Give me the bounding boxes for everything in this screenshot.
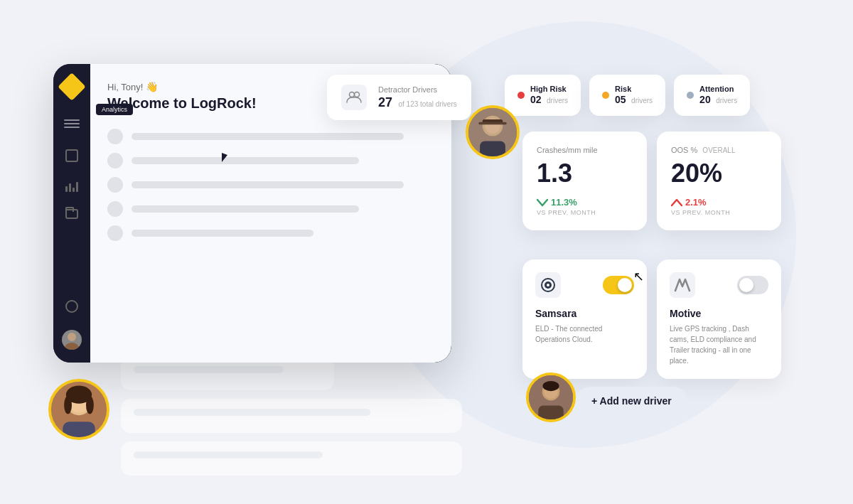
- samsara-desc: ELD - The connected Operations Cloud.: [535, 323, 634, 345]
- motive-toggle[interactable]: [737, 276, 768, 294]
- samsara-toggle[interactable]: ↖: [603, 276, 634, 294]
- trend-value-crashes: 11.3%: [537, 197, 633, 208]
- skeleton-line: [132, 157, 359, 164]
- svg-point-0: [68, 333, 76, 341]
- skeleton-line: [132, 133, 404, 140]
- skeleton-list: [107, 129, 434, 241]
- trend-label-oos: VS PREV. MONTH: [671, 209, 767, 216]
- sidebar-settings[interactable]: [65, 300, 78, 313]
- svg-rect-6: [480, 141, 505, 156]
- samsara-logo: [535, 272, 561, 298]
- add-driver-button[interactable]: + Add new driver: [576, 387, 687, 415]
- svg-point-18: [64, 396, 72, 414]
- skeleton-circle: [107, 177, 123, 193]
- motive-header: [670, 272, 768, 298]
- risk-item-medium: Risk 05 drivers: [589, 75, 665, 116]
- svg-rect-15: [63, 422, 95, 437]
- motive-logo: [670, 272, 695, 298]
- risk-info-attention: Attention 20 drivers: [699, 85, 737, 106]
- risk-label-high: High Risk: [530, 85, 568, 93]
- analytics-badge: Analytics: [96, 104, 133, 115]
- risk-dot-blue: [687, 92, 694, 99]
- svg-rect-22: [538, 406, 563, 419]
- cursor-icon: [222, 153, 236, 167]
- svg-point-12: [547, 284, 549, 286]
- svg-point-2: [350, 92, 355, 97]
- samsara-card: ↖ Samsara ELD - The connected Operations…: [522, 259, 647, 379]
- metric-card-oos: OOS % OVERALL 20% 2.1% VS PREV. MONTH: [657, 132, 781, 230]
- risk-item-attention: Attention 20 drivers: [674, 75, 750, 116]
- sidebar-item-menu[interactable]: [64, 119, 80, 132]
- risk-item-high: High Risk 02 drivers: [505, 75, 581, 116]
- risk-label-medium: Risk: [615, 85, 653, 93]
- risk-sublabel-high: drivers: [547, 97, 568, 104]
- svg-point-3: [355, 92, 360, 97]
- metric-title-oos: OOS % OVERALL: [671, 146, 767, 154]
- driver-avatar-bottom-center: [526, 372, 576, 422]
- risk-count-high: 02: [530, 94, 542, 105]
- metric-trend-oos: 2.1% VS PREV. MONTH: [671, 197, 767, 216]
- svg-point-1: [65, 343, 79, 350]
- risk-sublabel-medium: drivers: [631, 97, 653, 104]
- risk-dot-orange: [602, 92, 609, 99]
- skeleton-item: [107, 225, 434, 241]
- risk-count-attention: 20: [699, 94, 711, 105]
- samsara-header: ↖: [535, 272, 634, 298]
- skeleton-item: [107, 129, 434, 144]
- detractor-label: Detractor Drivers: [378, 85, 457, 94]
- skeleton-item: [107, 201, 434, 217]
- sidebar-item-chart[interactable]: [65, 179, 78, 192]
- svg-rect-9: [478, 122, 506, 125]
- sidebar: [53, 64, 90, 363]
- motive-name: Motive: [670, 308, 768, 319]
- metric-card-crashes: Crashes/mm mile 1.3 11.3% VS PREV. MONTH: [522, 132, 647, 230]
- detractor-sublabel: of 123 total drivers: [398, 100, 456, 108]
- sidebar-avatar: [62, 330, 82, 350]
- trend-label-crashes: VS PREV. MONTH: [537, 209, 633, 216]
- skeleton-circle: [107, 201, 123, 217]
- samsara-name: Samsara: [535, 308, 634, 319]
- detractor-icon: [341, 85, 367, 110]
- risk-label-attention: Attention: [699, 85, 737, 93]
- skeleton-circle: [107, 225, 123, 241]
- trend-value-oos: 2.1%: [671, 197, 767, 208]
- metric-title-crashes: Crashes/mm mile: [537, 146, 633, 154]
- metric-trend-crashes: 11.3% VS PREV. MONTH: [537, 197, 633, 216]
- detractor-count: 27: [378, 95, 392, 109]
- svg-point-19: [86, 396, 94, 414]
- sidebar-item-folder[interactable]: [65, 209, 78, 219]
- skeleton-line: [132, 230, 313, 237]
- detractor-info: Detractor Drivers 27 of 123 total driver…: [378, 85, 457, 110]
- driver-avatar-bottom-left: [48, 379, 109, 440]
- logo-icon: [58, 73, 86, 101]
- risk-dot-red: [517, 92, 525, 99]
- svg-point-24: [542, 381, 559, 391]
- skeleton-line: [132, 181, 404, 188]
- metric-value-crashes: 1.3: [537, 159, 633, 188]
- sidebar-item-analytics[interactable]: [65, 149, 78, 162]
- main-container: Analytics Hi, Tony! 👋 Welcome to LogRock…: [0, 0, 853, 504]
- integrations-row: ↖ Samsara ELD - The connected Operations…: [522, 259, 781, 379]
- skeleton-circle: [107, 153, 123, 168]
- risk-sublabel-attention: drivers: [716, 97, 737, 104]
- bg-card-2: [121, 399, 462, 433]
- driver-avatar-top: [466, 105, 520, 159]
- risk-info-medium: Risk 05 drivers: [615, 85, 653, 106]
- skeleton-circle: [107, 129, 123, 144]
- risk-info-high: High Risk 02 drivers: [530, 85, 568, 106]
- skeleton-item: [107, 177, 434, 193]
- motive-desc: Live GPS tracking , Dash cams, ELD compl…: [670, 323, 768, 366]
- detractor-drivers-card: Detractor Drivers 27 of 123 total driver…: [327, 75, 471, 120]
- motive-card: Motive Live GPS tracking , Dash cams, EL…: [657, 259, 781, 379]
- risk-count-medium: 05: [615, 94, 626, 105]
- metric-value-oos: 20%: [671, 159, 767, 188]
- bg-card-1: [121, 441, 462, 476]
- skeleton-item: [107, 153, 434, 168]
- risk-row: High Risk 02 drivers Risk 05 drivers Att…: [505, 75, 750, 116]
- metrics-row: Crashes/mm mile 1.3 11.3% VS PREV. MONTH…: [522, 132, 781, 230]
- skeleton-line: [132, 205, 359, 213]
